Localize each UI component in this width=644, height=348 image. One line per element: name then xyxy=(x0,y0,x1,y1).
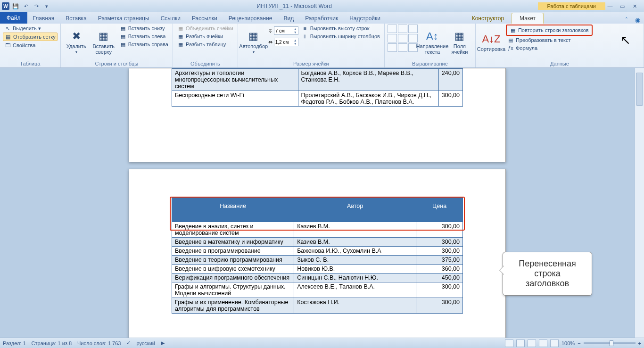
delete-button[interactable]: ✖Удалить▾ xyxy=(64,25,89,60)
insert-above-button[interactable]: ▦Вставить сверху xyxy=(91,25,116,60)
convert-to-text-button[interactable]: ▤Преобразовать в текст xyxy=(506,36,593,44)
table-row[interactable]: Верификация программного обеспеченияСини… xyxy=(172,273,463,282)
close-icon[interactable]: ✕ xyxy=(630,3,639,9)
align-ml[interactable] xyxy=(388,34,397,42)
text-direction-button[interactable]: A↕Направление текста xyxy=(420,25,445,60)
tab-view[interactable]: Вид xyxy=(278,13,299,24)
distribute-rows-button[interactable]: ≡Выровнять высоту строк xyxy=(300,25,381,32)
autofit-button[interactable]: ▦Автоподбор▾ xyxy=(241,25,266,60)
tab-addins[interactable]: Надстройки xyxy=(344,13,386,24)
tab-page-layout[interactable]: Разметка страницы xyxy=(92,13,155,24)
split-table-button[interactable]: ▦Разбить таблицу xyxy=(176,41,235,48)
align-tl[interactable] xyxy=(388,25,397,33)
zoom-slider[interactable] xyxy=(584,342,636,344)
insert-below-button[interactable]: ▦Вставить снизу xyxy=(118,25,170,32)
tab-home[interactable]: Главная xyxy=(27,13,60,24)
tab-insert[interactable]: Вставка xyxy=(60,13,92,24)
status-section[interactable]: Раздел: 1 xyxy=(3,340,26,346)
qat-dropdown-icon[interactable]: ▾ xyxy=(42,2,51,10)
tab-references[interactable]: Ссылки xyxy=(155,13,186,24)
merge-cells-button: ▦Объединить ячейки xyxy=(176,25,235,32)
zoom-in-icon[interactable]: + xyxy=(638,340,641,346)
save-icon[interactable]: 💾 xyxy=(11,2,20,10)
view-full-reading[interactable] xyxy=(516,340,525,347)
restore-icon[interactable]: ▭ xyxy=(618,3,627,9)
table-row[interactable]: Введение в цифровую схемотехникуНовиков … xyxy=(172,265,463,273)
align-mr[interactable] xyxy=(408,34,418,42)
callout-line2: строка xyxy=(514,269,580,279)
align-mc[interactable] xyxy=(398,34,407,42)
distribute-cols-button[interactable]: ⦀Выровнять ширину столбцов xyxy=(300,33,381,40)
page-1: Архитектуры и топологии многопроцессорны… xyxy=(129,68,506,162)
col-width-input[interactable]: 1,2 см▲▼ xyxy=(274,38,298,46)
repeat-header-rows-button[interactable]: ▦Повторить строки заголовков xyxy=(506,25,593,36)
status-language[interactable]: русский xyxy=(136,340,155,346)
cursor-icon: ↖ xyxy=(4,25,11,32)
view-outline[interactable] xyxy=(539,340,547,347)
status-spellcheck-icon[interactable]: ✓ xyxy=(126,340,131,346)
cell-margins-button[interactable]: ▦Поля ячейки xyxy=(447,25,472,60)
merge-icon: ▦ xyxy=(177,25,184,32)
status-macros-icon[interactable]: ▶ xyxy=(161,340,165,346)
group-merge-label: Объединить xyxy=(176,60,235,67)
help-icon[interactable]: ◉ xyxy=(631,17,644,24)
split-table-icon: ▦ xyxy=(177,41,184,48)
view-draft[interactable] xyxy=(550,340,559,347)
split-cells-button[interactable]: ▦Разбить ячейки xyxy=(176,33,235,40)
table-row[interactable]: Введение в программированиеБаженова И.Ю.… xyxy=(172,247,463,256)
tab-table-layout[interactable]: Макет xyxy=(512,13,544,24)
grid-icon: ▦ xyxy=(5,33,11,40)
table-row[interactable]: Введение в математику и информатикуКазие… xyxy=(172,238,463,247)
redo-icon[interactable]: ↷ xyxy=(32,2,41,10)
view-web-layout[interactable] xyxy=(528,340,536,347)
tab-review[interactable]: Рецензирование xyxy=(223,13,278,24)
repeat-header-icon: ▦ xyxy=(510,27,516,33)
align-tr[interactable] xyxy=(408,25,418,33)
table-page2[interactable]: Название Автор Цена Введение в анализ, с… xyxy=(172,198,463,314)
zoom-level[interactable]: 100% xyxy=(561,340,575,346)
word-icon: W xyxy=(2,2,9,10)
group-alignment: A↕Направление текста ▦Поля ячейки Выравн… xyxy=(385,24,476,67)
ribbon-minimize-icon[interactable]: ˆ xyxy=(622,17,631,24)
convert-icon: ▤ xyxy=(507,37,514,43)
table-row[interactable]: Введение в анализ, синтез и моделировани… xyxy=(172,222,463,238)
annotation-callout: Перенесенная строка заголовков xyxy=(503,252,592,296)
scrollbar-thumb[interactable] xyxy=(636,73,643,106)
insert-right-button[interactable]: ▦Вставить справа xyxy=(118,41,170,48)
row-height-input[interactable]: 7 см▲▼ xyxy=(274,26,298,35)
tab-table-design[interactable]: Конструктор xyxy=(464,13,512,24)
sort-icon: A↓Z xyxy=(482,33,500,45)
properties-button[interactable]: 🗔Свойства xyxy=(3,41,58,49)
tab-developer[interactable]: Разработчик xyxy=(299,13,344,24)
zoom-out-icon[interactable]: − xyxy=(578,340,580,346)
table-row[interactable]: Беспроводные сети Wi-FiПролетарский А.В.… xyxy=(172,91,463,107)
table-page1[interactable]: Архитектуры и топологии многопроцессорны… xyxy=(172,68,463,107)
select-button[interactable]: ↖Выделить ▾ xyxy=(3,25,58,32)
sort-button[interactable]: A↓ZСортировка xyxy=(479,25,504,60)
status-bar: Раздел: 1 Страница: 1 из 8 Число слов: 1… xyxy=(0,338,644,348)
formula-button[interactable]: ƒxФормула xyxy=(506,44,593,52)
group-merge: ▦Объединить ячейки ▦Разбить ячейки ▦Разб… xyxy=(173,24,238,67)
table-row[interactable]: Графы и их применение. Комбинаторные алг… xyxy=(172,298,463,314)
th-name: Название xyxy=(172,198,294,222)
align-tc[interactable] xyxy=(398,25,407,33)
group-table-label: Таблица xyxy=(3,60,58,67)
status-page[interactable]: Страница: 1 из 8 xyxy=(32,340,72,346)
tab-mailings[interactable]: Рассылки xyxy=(186,13,223,24)
align-bc[interactable] xyxy=(398,43,407,52)
insert-left-button[interactable]: ▦Вставить слева xyxy=(118,33,170,40)
minimize-icon[interactable]: — xyxy=(605,3,615,9)
table-row[interactable]: Архитектуры и топологии многопроцессорны… xyxy=(172,69,463,91)
delete-icon: ✖ xyxy=(72,30,81,42)
view-gridlines-button[interactable]: ▦Отобразить сетку xyxy=(3,33,58,41)
vertical-scrollbar[interactable] xyxy=(635,68,644,338)
tab-file[interactable]: Файл xyxy=(0,12,27,24)
status-words[interactable]: Число слов: 1 763 xyxy=(77,340,121,346)
table-row[interactable]: Графы и алгоритмы. Структуры данных. Мод… xyxy=(172,282,463,298)
document-area[interactable]: Архитектуры и топологии многопроцессорны… xyxy=(0,68,635,338)
align-bl[interactable] xyxy=(388,43,397,52)
view-print-layout[interactable] xyxy=(505,340,513,347)
undo-icon[interactable]: ↶ xyxy=(22,2,30,10)
table-row[interactable]: Введение в теорию программированияЗыков … xyxy=(172,256,463,265)
formula-icon: ƒx xyxy=(507,45,514,51)
